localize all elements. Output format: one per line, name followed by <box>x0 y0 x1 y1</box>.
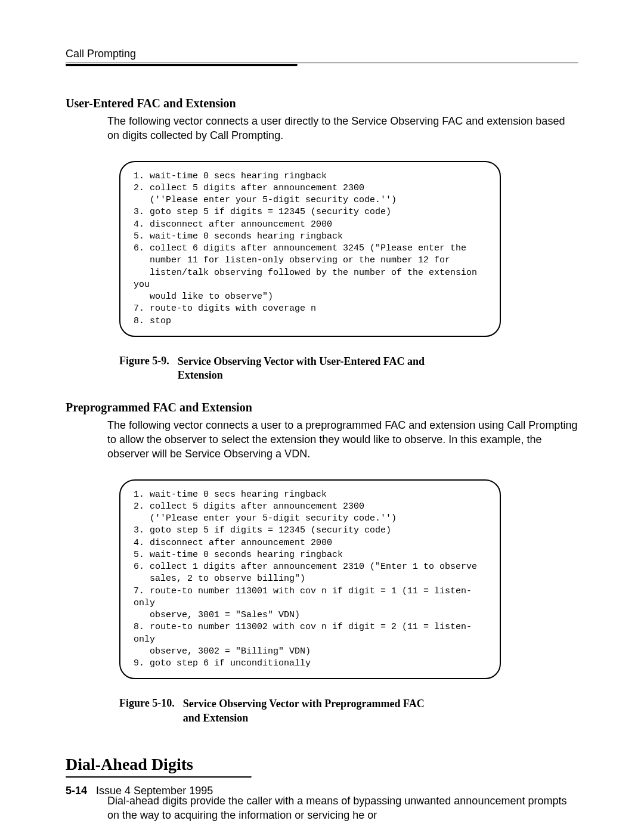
section-title-dial-ahead: Dial-Ahead Digits <box>66 755 578 774</box>
section-title-rule <box>66 776 252 778</box>
section-user-entered: User-Entered FAC and Extension The follo… <box>66 97 578 383</box>
body-user-entered: The following vector connects a user dir… <box>107 114 578 143</box>
body-dial-ahead: Dial-ahead digits provide the caller wit… <box>107 794 578 823</box>
figure-caption-5-10: Figure 5-10. Service Observing Vector wi… <box>119 697 578 725</box>
figure-caption-5-9: Figure 5-9. Service Observing Vector wit… <box>119 355 578 383</box>
page: Call Prompting User-Entered FAC and Exte… <box>0 0 644 833</box>
running-head: Call Prompting <box>66 48 578 60</box>
figure-text: Service Observing Vector with User-Enter… <box>178 355 428 383</box>
figure-label: Figure 5-9. <box>119 355 178 383</box>
figure-text: Service Observing Vector with Preprogram… <box>183 697 434 725</box>
section-preprogrammed: Preprogrammed FAC and Extension The foll… <box>66 401 578 725</box>
page-number: 5-14 <box>66 785 93 797</box>
code-box-1: 1. wait-time 0 secs hearing ringback 2. … <box>119 161 501 337</box>
rule-thick <box>66 64 298 67</box>
figure-label: Figure 5-10. <box>119 697 183 725</box>
issue-info: Issue 4 September 1995 <box>96 785 213 797</box>
subheading-user-entered: User-Entered FAC and Extension <box>66 97 578 110</box>
code-box-2: 1. wait-time 0 secs hearing ringback 2. … <box>119 479 501 680</box>
body-preprogrammed: The following vector connects a user to … <box>107 418 578 462</box>
page-footer: 5-14 Issue 4 September 1995 <box>66 785 213 797</box>
subheading-preprogrammed: Preprogrammed FAC and Extension <box>66 401 578 414</box>
